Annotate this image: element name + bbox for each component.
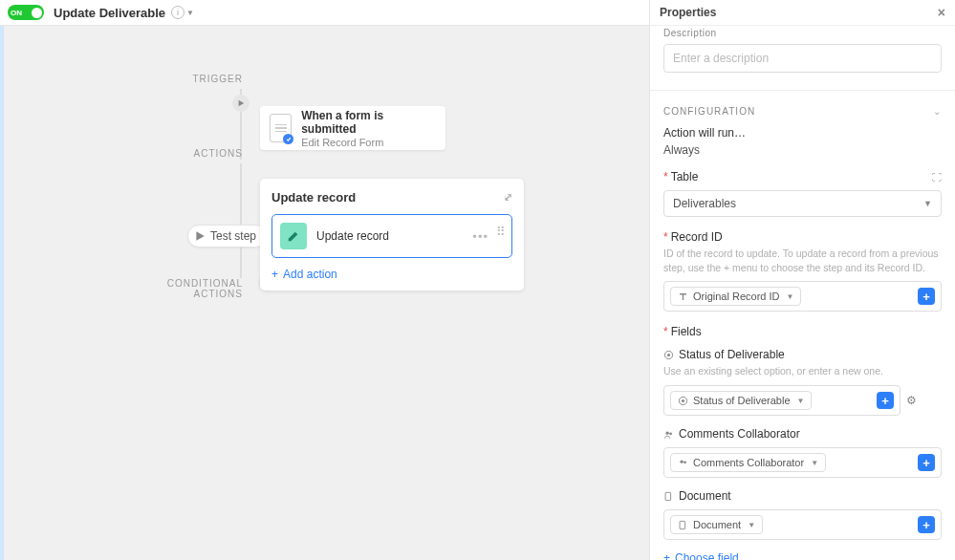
record-id-help: ID of the record to update. To update a … xyxy=(663,247,942,274)
add-token-button[interactable]: + xyxy=(918,288,935,305)
plus-icon: + xyxy=(663,551,670,560)
trigger-card[interactable]: When a form is submitted Edit Record For… xyxy=(260,106,445,150)
update-record-icon xyxy=(280,223,307,249)
action-step-update-record[interactable]: Update record ••• ⠿ xyxy=(271,214,512,258)
chevron-down-icon: ▼ xyxy=(811,459,818,467)
record-id-token-row: Original Record ID ▼ + xyxy=(663,281,942,312)
field-document-token[interactable]: Document ▼ xyxy=(670,515,763,534)
add-action-button[interactable]: + Add action xyxy=(271,268,512,281)
trigger-text: When a form is submitted Edit Record For… xyxy=(301,109,436,148)
svg-rect-15 xyxy=(680,521,685,528)
flow-line xyxy=(240,163,242,278)
collaborator-icon xyxy=(678,458,688,468)
field-status-input[interactable]: Status of Deliverable ▼ + xyxy=(663,385,901,416)
svg-point-10 xyxy=(665,431,668,434)
automation-toggle[interactable]: ON xyxy=(8,5,44,20)
attachment-icon xyxy=(678,520,688,530)
automation-title: Update Deliverable xyxy=(54,6,165,20)
help-icon[interactable]: i xyxy=(171,6,184,19)
collaborator-icon xyxy=(663,429,674,440)
svg-point-7 xyxy=(667,354,670,356)
table-select[interactable]: Deliverables ▼ xyxy=(663,190,942,217)
table-value: Deliverables xyxy=(673,197,736,210)
actions-section-label: ACTIONS xyxy=(176,148,243,159)
field-status-label-row: Status of Deliverable xyxy=(663,348,942,361)
chevron-down-icon: ⌄ xyxy=(933,106,942,117)
single-select-icon xyxy=(678,396,688,406)
more-icon[interactable]: ••• xyxy=(472,229,488,244)
action-group-title: Update record xyxy=(271,190,356,205)
chevron-down-icon: ▼ xyxy=(923,199,932,208)
add-token-button[interactable]: + xyxy=(918,516,935,533)
svg-point-13 xyxy=(684,461,686,463)
text-icon xyxy=(678,291,688,302)
svg-point-11 xyxy=(669,432,672,435)
record-id-input[interactable]: Original Record ID ▼ + xyxy=(663,281,942,312)
svg-point-12 xyxy=(680,460,683,463)
action-row-title: Update record xyxy=(316,229,389,243)
field-status-help: Use an existing select option, or enter … xyxy=(663,364,942,378)
field-collab-label-row: Comments Collaborator xyxy=(663,427,942,441)
properties-panel: Properties × Description CONFIGURATION ⌄… xyxy=(649,0,955,560)
description-label: Description xyxy=(663,28,942,38)
action-group-card: Update record ⤢ Update record ••• ⠿ + Ad… xyxy=(260,179,524,291)
action-group-header: Update record ⤢ xyxy=(271,190,512,205)
svg-point-9 xyxy=(682,398,684,401)
description-input[interactable] xyxy=(663,44,942,73)
check-badge-icon xyxy=(283,134,293,144)
collapse-icon[interactable]: ⤢ xyxy=(504,191,512,204)
table-field-label: * Table ⛶ xyxy=(663,170,942,183)
field-status-row: Status of Deliverable ▼ + ⚙ xyxy=(663,385,942,416)
toggle-label: ON xyxy=(11,9,22,17)
field-document-label-row: Document xyxy=(663,489,942,503)
test-step-button[interactable]: Test step xyxy=(187,225,267,248)
chevron-down-icon: ▼ xyxy=(786,292,793,301)
divider xyxy=(650,90,955,91)
drag-handle-icon[interactable]: ⠿ xyxy=(496,229,504,244)
trigger-subtitle: Edit Record Form xyxy=(301,137,436,148)
chevron-down-icon: ▼ xyxy=(797,397,805,405)
action-row-controls: ••• ⠿ xyxy=(472,229,504,244)
trigger-section-label: TRIGGER xyxy=(176,74,243,84)
add-action-label: Add action xyxy=(283,268,337,281)
help-menu-caret[interactable]: ▼ xyxy=(186,9,194,17)
panel-body: Description CONFIGURATION ⌄ Action will … xyxy=(650,26,955,560)
panel-header: Properties × xyxy=(650,0,955,26)
action-will-run-label: Action will run… xyxy=(663,126,942,140)
trigger-node-icon[interactable] xyxy=(232,95,250,112)
configuration-header[interactable]: CONFIGURATION ⌄ xyxy=(663,106,942,117)
plus-icon: + xyxy=(271,268,278,281)
field-collab-token[interactable]: Comments Collaborator ▼ xyxy=(670,453,826,472)
close-icon[interactable]: × xyxy=(938,5,945,20)
required-asterisk: * xyxy=(663,230,668,244)
attachment-icon xyxy=(663,491,674,502)
automation-canvas: TRIGGER ACTIONS CONDITIONAL ACTIONS + Wh… xyxy=(4,26,649,560)
action-will-run-value: Always xyxy=(663,143,942,157)
gear-icon[interactable]: ⚙ xyxy=(906,394,917,407)
conditional-section-label: CONDITIONAL ACTIONS xyxy=(119,278,243,299)
expand-icon[interactable]: ⛶ xyxy=(932,172,942,183)
trigger-title: When a form is submitted xyxy=(301,109,436,136)
record-id-token[interactable]: Original Record ID ▼ xyxy=(670,287,801,306)
panel-title: Properties xyxy=(660,6,716,19)
field-document-row: Document ▼ + xyxy=(663,509,942,540)
field-collab-row: Comments Collaborator ▼ + xyxy=(663,447,942,478)
test-step-label: Test step xyxy=(210,229,256,243)
record-id-label: * Record ID xyxy=(663,230,942,244)
required-asterisk: * xyxy=(663,325,668,338)
svg-rect-14 xyxy=(665,492,671,500)
field-collab-input[interactable]: Comments Collaborator ▼ + xyxy=(663,447,942,478)
choose-field-button[interactable]: + Choose field xyxy=(663,551,942,560)
field-status-token[interactable]: Status of Deliverable ▼ xyxy=(670,391,812,410)
add-token-button[interactable]: + xyxy=(918,454,935,471)
single-select-icon xyxy=(663,350,674,360)
toggle-knob xyxy=(32,8,42,18)
chevron-down-icon: ▼ xyxy=(748,521,755,529)
form-icon xyxy=(270,114,292,142)
configuration-label: CONFIGURATION xyxy=(663,106,755,117)
add-token-button[interactable]: + xyxy=(877,392,894,409)
field-document-input[interactable]: Document ▼ + xyxy=(663,509,942,540)
fields-label: * Fields xyxy=(663,325,942,338)
required-asterisk: * xyxy=(663,170,668,183)
